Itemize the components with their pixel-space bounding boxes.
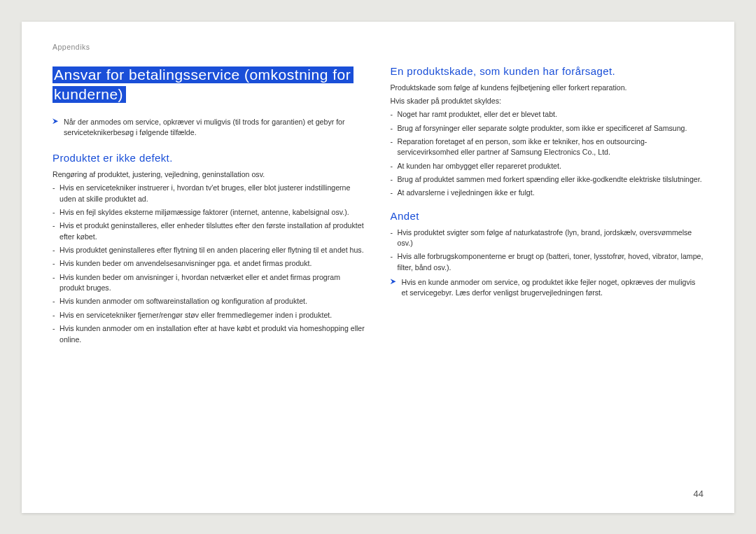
- subheading-customer-damage: En produktskade, som kunden har forårsag…: [391, 65, 704, 77]
- list-item: Brug af forsyninger eller separate solgt…: [391, 123, 704, 134]
- subheading-not-defect: Produktet er ikke defekt.: [52, 152, 366, 164]
- page-number: 44: [694, 489, 704, 499]
- list-item: At kunden har ombygget eller repareret p…: [391, 161, 704, 171]
- list-item: Hvis kunden beder om anvendelsesanvisnin…: [52, 258, 366, 269]
- document-page: Appendiks Ansvar for betalingsservice (o…: [22, 22, 734, 513]
- list-item: Reparation foretaget af en person, som i…: [391, 136, 704, 158]
- left-column: Ansvar for betalingsservice (omkostning …: [52, 65, 366, 348]
- list-item: Hvis kunden anmoder om en installation e…: [52, 323, 366, 345]
- right-column: En produktskade, som kunden har forårsag…: [391, 65, 704, 348]
- list-item: At advarslerne i vejledningen ikke er fu…: [391, 188, 704, 198]
- list-item: Hvis kunden anmoder om softwareinstallat…: [52, 296, 366, 307]
- lead-text: Rengøring af produktet, justering, vejle…: [52, 169, 366, 180]
- section-header: Appendiks: [52, 43, 704, 51]
- list-item: Hvis en servicetekniker fjerner/rengør s…: [52, 310, 366, 321]
- list-item: Brug af produktet sammen med forkert spæ…: [391, 174, 704, 185]
- intro-note: Når der anmodes om service, opkræver vi …: [52, 117, 366, 138]
- subheading-other: Andet: [391, 210, 704, 222]
- list-item: Hvis et produkt geninstalleres, eller en…: [52, 220, 366, 242]
- list-other: Hvis produktet svigter som følge af natu…: [391, 227, 704, 273]
- list-item: Hvis alle forbrugskomponenterne er brugt…: [391, 251, 704, 273]
- main-title: Ansvar for betalingsservice (omkostning …: [52, 66, 354, 103]
- list-item: Hvis en servicetekniker instruerer i, hv…: [52, 183, 366, 204]
- main-title-wrap: Ansvar for betalingsservice (omkostning …: [52, 65, 366, 105]
- list-not-defect: Hvis en servicetekniker instruerer i, hv…: [52, 183, 366, 345]
- list-item: Hvis produktet svigter som følge af natu…: [391, 227, 704, 249]
- list-item: Hvis kunden beder om anvisninger i, hvor…: [52, 272, 366, 294]
- lead-text: Hvis skader på produktet skyldes:: [391, 96, 704, 106]
- content-columns: Ansvar for betalingsservice (omkostning …: [52, 65, 704, 348]
- lead-text: Produktskade som følge af kundens fejlbe…: [391, 83, 704, 93]
- list-customer-damage: Noget har ramt produktet, eller det er b…: [391, 109, 704, 199]
- list-item: Noget har ramt produktet, eller det er b…: [391, 109, 704, 120]
- list-item: Hvis en fejl skyldes eksterne miljømæssi…: [52, 207, 366, 218]
- list-item: Hvis produktet geninstalleres efter flyt…: [52, 245, 366, 255]
- closing-note: Hvis en kunde anmoder om service, og pro…: [391, 277, 704, 298]
